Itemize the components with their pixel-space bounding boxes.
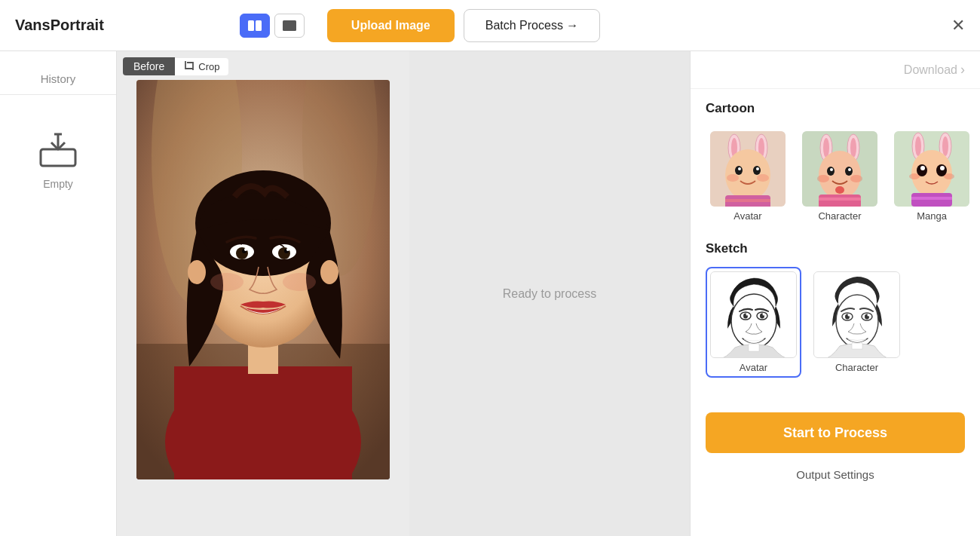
crop-button[interactable]: Crop (175, 58, 228, 75)
svg-point-81 (836, 295, 878, 348)
svg-point-51 (845, 167, 853, 176)
svg-point-69 (909, 173, 920, 179)
svg-point-55 (850, 175, 862, 182)
svg-point-26 (188, 260, 206, 284)
svg-point-37 (753, 166, 761, 175)
upload-image-button[interactable]: Upload Image (327, 9, 455, 42)
cartoon-section: Cartoon (691, 89, 980, 405)
svg-rect-79 (749, 344, 759, 351)
svg-point-78 (763, 314, 765, 316)
cartoon-avatar-card[interactable]: Avatar (706, 127, 790, 226)
svg-point-40 (727, 174, 739, 182)
svg-point-25 (283, 273, 316, 291)
svg-point-39 (756, 167, 759, 170)
view-toggle (240, 14, 305, 38)
cartoon-section-title: Cartoon (706, 101, 965, 116)
svg-point-52 (830, 168, 833, 171)
sketch-character-card[interactable]: Character (809, 267, 905, 378)
cartoon-manga-label: Manga (917, 210, 947, 222)
svg-point-46 (850, 138, 856, 158)
history-label[interactable]: History (0, 63, 116, 95)
right-panel: Download › Cartoon (690, 51, 980, 536)
cartoon-character-label: Character (818, 210, 861, 222)
svg-rect-0 (248, 20, 254, 31)
svg-rect-49 (819, 198, 861, 201)
svg-point-60 (915, 136, 921, 156)
main-content: History Empty Be (0, 51, 980, 536)
app-logo: VansPortrait (15, 17, 104, 34)
header-actions: Upload Image Batch Process → (327, 9, 601, 42)
svg-rect-64 (911, 197, 952, 200)
svg-point-72 (731, 294, 776, 348)
cartoon-style-options: Avatar (706, 127, 965, 226)
sidebar: History Empty (0, 51, 117, 536)
empty-label: Empty (43, 178, 73, 190)
svg-rect-2 (283, 20, 296, 31)
sketch-character-thumb (813, 271, 900, 358)
start-process-button[interactable]: Start to Process (706, 412, 965, 453)
svg-rect-1 (256, 20, 262, 31)
svg-point-70 (944, 173, 954, 179)
cartoon-character-thumb (802, 131, 877, 207)
svg-point-67 (920, 166, 925, 170)
svg-point-50 (827, 167, 835, 176)
svg-point-87 (868, 314, 870, 317)
svg-point-22 (244, 248, 247, 251)
cartoon-avatar-svg (710, 131, 786, 207)
svg-point-77 (746, 314, 749, 316)
after-panel: Ready to process (409, 51, 690, 536)
cartoon-avatar-label: Avatar (733, 210, 761, 222)
svg-point-24 (210, 273, 243, 291)
svg-point-45 (823, 138, 829, 158)
svg-point-41 (757, 174, 769, 182)
svg-point-23 (286, 248, 289, 251)
svg-point-27 (320, 260, 338, 284)
sketch-avatar-label: Avatar (740, 362, 767, 373)
svg-point-68 (940, 166, 945, 170)
empty-inbox-icon (38, 133, 78, 172)
svg-point-53 (848, 168, 851, 171)
sketch-character-label: Character (835, 362, 878, 373)
before-badge: Before (123, 57, 175, 75)
sketch-character-svg (814, 272, 900, 358)
batch-process-button[interactable]: Batch Process → (464, 9, 601, 42)
before-label-bar: Before Crop (123, 57, 403, 75)
sketch-avatar-thumb (710, 271, 797, 358)
svg-rect-35 (725, 199, 770, 202)
sketch-avatar-svg (711, 272, 797, 358)
cartoon-character-card[interactable]: Character (798, 127, 882, 226)
close-button[interactable]: ✕ (951, 16, 965, 35)
cartoon-character-svg (802, 131, 877, 207)
svg-point-86 (848, 314, 850, 317)
app-header: VansPortrait Upload Image Batch Process … (0, 0, 980, 51)
sketch-section-title: Sketch (706, 241, 965, 256)
svg-point-61 (942, 136, 948, 156)
dual-view-button[interactable] (240, 14, 270, 38)
svg-point-54 (817, 175, 829, 182)
inbox-tray-icon (38, 133, 78, 169)
svg-point-36 (735, 166, 743, 175)
crop-icon (184, 61, 194, 72)
cartoon-avatar-thumb (710, 131, 786, 207)
cartoon-manga-thumb (894, 131, 969, 207)
image-area: Before Crop (117, 51, 690, 536)
cartoon-manga-card[interactable]: Manga (890, 127, 974, 226)
portrait-image (136, 80, 390, 479)
output-settings[interactable]: Output Settings (691, 461, 980, 489)
svg-rect-3 (41, 149, 75, 166)
svg-rect-88 (852, 343, 862, 349)
svg-point-38 (738, 167, 741, 170)
download-bar: Download › (691, 51, 980, 89)
sketch-avatar-card[interactable]: Avatar (706, 267, 801, 378)
portrait-svg (136, 80, 390, 479)
download-button[interactable]: Download › (904, 62, 965, 78)
sketch-style-options: Avatar (706, 267, 965, 378)
ready-text: Ready to process (503, 287, 597, 301)
svg-rect-12 (174, 366, 352, 479)
cartoon-manga-svg (894, 131, 969, 207)
svg-point-56 (835, 186, 844, 194)
download-arrow-icon: › (960, 62, 965, 78)
single-view-button[interactable] (274, 14, 305, 38)
before-panel: Before Crop (117, 51, 409, 536)
